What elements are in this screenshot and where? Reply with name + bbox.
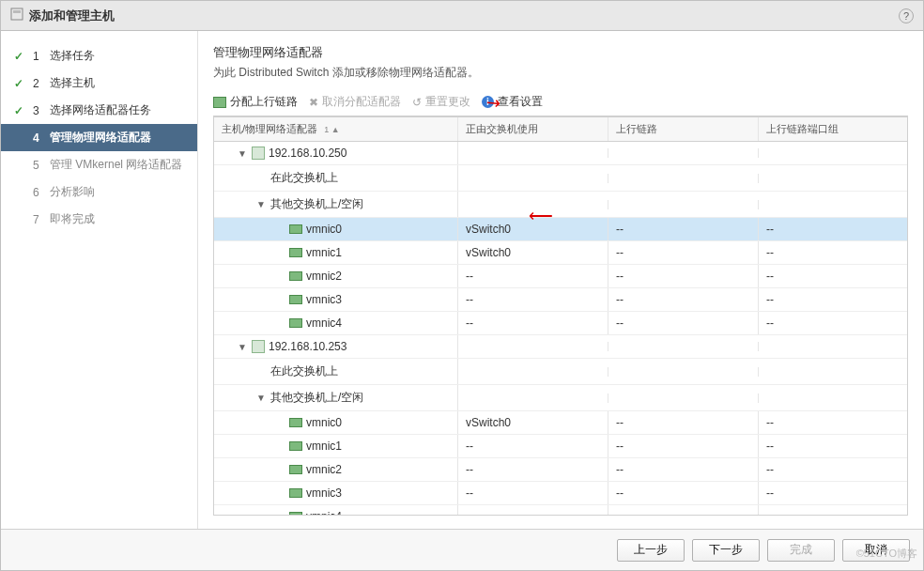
grid-body[interactable]: ▼192.168.10.250在此交换机上▼其他交换机上/空闲vmnic0vSw…	[214, 142, 907, 515]
adapter-grid: 主机/物理网络适配器 1 ▲ 正由交换机使用 上行链路 上行链路端口组 ▼192…	[213, 116, 908, 516]
host-row[interactable]: ▼192.168.10.250	[214, 142, 907, 165]
row-name: 在此交换机上	[270, 363, 338, 379]
unassign-icon: ✖	[309, 96, 318, 109]
row-name: vmnic1	[306, 246, 342, 259]
cell-uplink-pg: --	[759, 505, 907, 515]
col-uplink[interactable]: 上行链路	[608, 117, 759, 141]
cell-used-by: --	[458, 458, 608, 481]
expander-icon[interactable]: ▼	[255, 199, 267, 209]
cell-used-by	[458, 174, 608, 183]
check-icon: ✓	[14, 50, 27, 63]
cell-uplink	[608, 394, 759, 403]
row-name: vmnic3	[306, 293, 342, 306]
cell-uplink-pg: --	[759, 265, 907, 287]
group-row[interactable]: ▼其他交换机上/空闲	[214, 385, 907, 411]
cell-uplink-pg: --	[759, 482, 907, 504]
step-label: 即将完成	[50, 211, 95, 227]
nic-icon	[289, 512, 302, 515]
dialog: 添加和管理主机 ? ✓1选择任务✓2选择主机✓3选择网络适配器任务4管理物理网络…	[0, 0, 924, 571]
cell-uplink	[608, 174, 759, 183]
reset-icon: ↺	[412, 96, 422, 109]
cell-used-by: vSwitch0	[458, 218, 608, 240]
cell-uplink: --	[608, 218, 759, 240]
cell-used-by: --	[458, 482, 608, 504]
nic-row[interactable]: vmnic2------	[214, 265, 907, 288]
wizard-step-4[interactable]: 4管理物理网络适配器	[1, 124, 197, 151]
svg-rect-1	[13, 10, 21, 13]
col-host-adapter[interactable]: 主机/物理网络适配器 1 ▲	[214, 117, 458, 141]
nic-row[interactable]: vmnic1vSwitch0----	[214, 241, 907, 265]
wizard-step-1[interactable]: ✓1选择任务	[1, 42, 197, 69]
svg-rect-0	[11, 8, 23, 20]
step-label: 分析影响	[50, 184, 95, 200]
nic-row[interactable]: vmnic1------	[214, 435, 907, 458]
view-settings-button[interactable]: i 查看设置	[482, 94, 543, 110]
cell-used-by	[458, 394, 608, 403]
row-name: vmnic1	[306, 440, 342, 453]
group-row[interactable]: 在此交换机上	[214, 165, 907, 192]
step-number: 1	[33, 50, 44, 63]
footer: 上一步 下一步 完成 取消	[1, 529, 923, 570]
page-subtitle: 为此 Distributed Switch 添加或移除物理网络适配器。	[213, 65, 908, 81]
expander-icon[interactable]: ▼	[237, 148, 248, 159]
wizard-step-2[interactable]: ✓2选择主机	[1, 69, 197, 97]
step-label: 管理 VMkernel 网络适配器	[50, 157, 182, 173]
col-used-by[interactable]: 正由交换机使用	[458, 117, 608, 141]
row-name: 192.168.10.250	[269, 147, 346, 160]
row-name: 192.168.10.253	[269, 340, 346, 353]
row-name: vmnic2	[306, 270, 342, 283]
next-button[interactable]: 下一步	[692, 539, 760, 562]
cell-used-by: vSwitch0	[458, 241, 608, 264]
cell-uplink-pg	[759, 200, 907, 209]
cell-uplink-pg	[759, 174, 907, 183]
cell-uplink	[608, 367, 759, 377]
nic-icon	[289, 248, 302, 257]
nic-row[interactable]: vmnic2------	[214, 458, 907, 482]
cell-used-by: vSwitch0	[458, 411, 608, 434]
col-uplink-portgroup[interactable]: 上行链路端口组	[759, 117, 907, 141]
nic-icon	[289, 224, 302, 234]
nic-row[interactable]: vmnic4------	[214, 505, 907, 515]
nic-icon	[289, 465, 302, 474]
cell-used-by: --	[458, 435, 608, 457]
wizard-step-3[interactable]: ✓3选择网络适配器任务	[1, 97, 197, 124]
help-icon[interactable]: ?	[899, 8, 914, 23]
row-name: 其他交换机上/空闲	[270, 196, 363, 212]
nic-icon	[289, 488, 302, 498]
step-number: 7	[33, 213, 44, 226]
host-row[interactable]: ▼192.168.10.253	[214, 335, 907, 359]
cell-uplink: --	[608, 505, 759, 515]
cell-uplink-pg: --	[759, 411, 907, 434]
wizard-step-6: 6分析影响	[1, 178, 197, 206]
dialog-body: ✓1选择任务✓2选择主机✓3选择网络适配器任务4管理物理网络适配器5管理 VMk…	[1, 31, 923, 529]
cell-used-by: --	[458, 288, 608, 311]
expander-icon[interactable]: ▼	[255, 393, 267, 403]
step-label: 选择主机	[50, 75, 95, 91]
row-name: vmnic2	[306, 463, 342, 476]
nic-row[interactable]: vmnic3------	[214, 482, 907, 505]
unassign-button: ✖ 取消分配适配器	[309, 94, 401, 110]
wizard-steps: ✓1选择任务✓2选择主机✓3选择网络适配器任务4管理物理网络适配器5管理 VMk…	[1, 31, 198, 529]
nic-row[interactable]: vmnic0vSwitch0----	[214, 411, 907, 435]
info-icon: i	[482, 96, 494, 108]
assign-uplink-button[interactable]: 分配上行链路	[213, 94, 298, 110]
cell-used-by: --	[458, 505, 608, 515]
cell-uplink	[608, 148, 759, 158]
title-bar: 添加和管理主机 ?	[1, 1, 923, 31]
back-button[interactable]: 上一步	[617, 539, 685, 562]
cell-uplink: --	[608, 265, 759, 287]
cell-uplink-pg: --	[759, 458, 907, 481]
assign-icon	[213, 97, 226, 108]
nic-row[interactable]: vmnic4------	[214, 312, 907, 335]
cell-uplink: --	[608, 288, 759, 311]
nic-row[interactable]: vmnic0vSwitch0----	[214, 218, 907, 241]
finish-button: 完成	[767, 539, 835, 562]
host-icon	[252, 340, 265, 353]
cell-used-by	[458, 367, 608, 377]
group-row[interactable]: ▼其他交换机上/空闲	[214, 192, 907, 218]
nic-row[interactable]: vmnic3------	[214, 288, 907, 312]
group-row[interactable]: 在此交换机上	[214, 359, 907, 385]
row-name: 其他交换机上/空闲	[270, 390, 363, 406]
reset-button: ↺ 重置更改	[412, 94, 470, 110]
expander-icon[interactable]: ▼	[237, 342, 248, 352]
